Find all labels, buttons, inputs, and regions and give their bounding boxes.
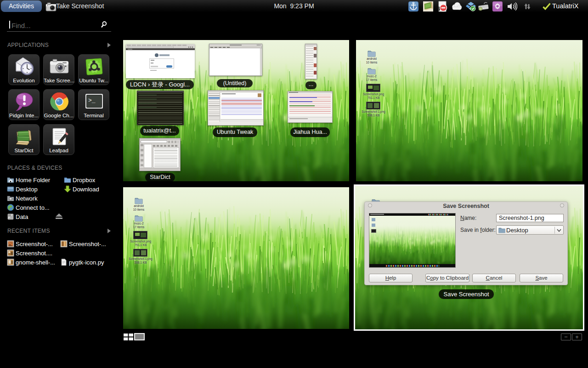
svg-text:>_: >_ [88,97,96,104]
